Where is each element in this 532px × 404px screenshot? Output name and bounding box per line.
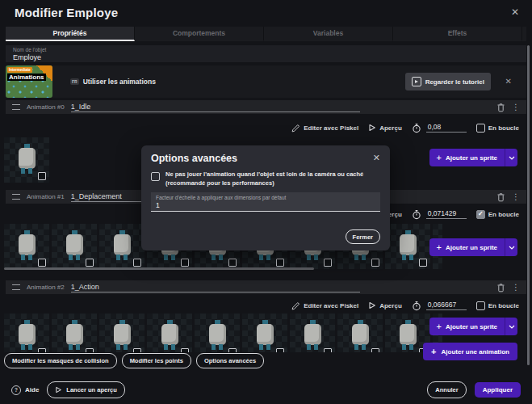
loop-toggle[interactable]: En boucle: [476, 301, 519, 310]
launch-preview-button[interactable]: Lancer un aperçu: [47, 381, 125, 398]
object-name-field[interactable]: Nom de l'objet Employe: [6, 45, 526, 62]
trash-icon[interactable]: [496, 283, 505, 292]
loop-checkbox[interactable]: [476, 124, 485, 133]
sprite-select-checkbox[interactable]: [38, 348, 46, 352]
loop-checkbox[interactable]: [476, 301, 485, 310]
sprite-select-checkbox[interactable]: [86, 348, 94, 352]
close-icon[interactable]: ✕: [511, 6, 519, 18]
scale-factor-field[interactable]: Facteur d'échelle à appliquer aux dimens…: [151, 192, 380, 212]
tab-comportements[interactable]: Comportements: [135, 27, 264, 41]
edit-piskel-button[interactable]: Editer avec Piskel: [291, 301, 358, 310]
tutorial-thumbnail[interactable]: Intermediate Animations: [6, 65, 52, 98]
advanced-options-button[interactable]: Options avancées: [196, 353, 264, 368]
modal-close-icon[interactable]: ✕: [373, 153, 380, 163]
frame-duration-group: 0,066667: [412, 301, 467, 311]
sprite-thumbnail[interactable]: [4, 224, 49, 269]
tab-effets[interactable]: Effets: [393, 27, 522, 41]
sprite-thumbnail[interactable]: [4, 137, 49, 183]
frame-duration-input[interactable]: 0,066667: [426, 301, 467, 310]
edit-collision-masks-button[interactable]: Modifier les masques de collision: [4, 353, 117, 368]
animation-2-header: Animation #2 1_Action ⋮: [6, 280, 526, 294]
plus-icon: +: [437, 322, 442, 331]
edit-points-button[interactable]: Modifier les points: [122, 353, 191, 368]
modal-close-button[interactable]: Fermer: [346, 229, 380, 244]
more-menu-icon[interactable]: ⋮: [512, 193, 520, 201]
add-sprite-button[interactable]: +Ajouter un sprite: [429, 238, 517, 256]
sprite-thumbnail[interactable]: [52, 224, 97, 269]
tutorial-thumb-title: Animations: [7, 74, 46, 81]
plus-icon: +: [431, 347, 436, 356]
tab-variables[interactable]: Variables: [264, 27, 393, 41]
sprite-thumbnail[interactable]: [52, 314, 97, 352]
frame-duration-input[interactable]: 0,08: [426, 123, 467, 133]
sprite-select-checkbox[interactable]: [324, 259, 332, 267]
sprite-select-checkbox[interactable]: [181, 259, 189, 267]
chevron-down-icon[interactable]: [505, 149, 517, 166]
add-sprite-button[interactable]: +Ajouter un sprite: [429, 318, 517, 335]
preview-button[interactable]: Aperçu: [368, 301, 402, 309]
edit-piskel-button[interactable]: Editer avec Piskel: [291, 124, 358, 133]
banner-label: Utiliser les animations: [83, 78, 156, 86]
sprite-select-checkbox[interactable]: [228, 348, 237, 352]
sprite-select-checkbox[interactable]: [371, 259, 379, 267]
drag-handle-icon[interactable]: [12, 104, 20, 110]
add-animation-button[interactable]: + Ajouter une animation: [423, 343, 517, 360]
loop-toggle[interactable]: En boucle: [476, 210, 519, 219]
sprite-select-checkbox[interactable]: [133, 259, 141, 267]
more-menu-icon[interactable]: ⋮: [512, 284, 520, 292]
pause-animation-option[interactable]: Ne pas jouer l'animation quand l'objet e…: [151, 170, 380, 187]
pause-animation-checkbox[interactable]: [151, 172, 160, 181]
sprite-select-checkbox[interactable]: [181, 348, 189, 352]
sprite-select-checkbox[interactable]: [419, 259, 427, 267]
frame-duration-group: 0,08: [412, 123, 467, 133]
sprite-select-checkbox[interactable]: [276, 259, 284, 267]
sprite-thumbnail[interactable]: [385, 224, 430, 269]
preview-button[interactable]: Aperçu: [368, 124, 402, 132]
drag-handle-icon[interactable]: [12, 284, 20, 290]
modal-title: Options avancées: [151, 153, 237, 164]
trash-icon[interactable]: [496, 192, 505, 202]
loop-checkbox[interactable]: [476, 210, 485, 219]
sprite-select-checkbox[interactable]: [133, 348, 141, 352]
sprite-thumbnail[interactable]: [242, 314, 287, 352]
animation-0-controls: Editer avec Piskel Aperçu 0,08 En boucle: [6, 121, 526, 134]
tab-proprietes[interactable]: Propriétés: [6, 27, 135, 41]
banner-close-icon[interactable]: ✕: [505, 77, 512, 86]
sprite-select-checkbox[interactable]: [86, 259, 94, 267]
sprite-thumbnail[interactable]: [337, 314, 383, 352]
sprite-thumbnail[interactable]: [99, 224, 145, 269]
sprite-thumbnail[interactable]: [195, 314, 240, 352]
sprite-select-checkbox[interactable]: [324, 348, 332, 352]
chevron-down-icon[interactable]: [505, 318, 517, 335]
pencil-icon: [291, 301, 300, 310]
sprite-thumbnail[interactable]: [4, 314, 49, 352]
apply-button[interactable]: Appliquer: [475, 382, 521, 398]
animation-name-input[interactable]: 1_Idle: [71, 103, 360, 112]
sprite-select-checkbox[interactable]: [276, 348, 284, 352]
trash-icon[interactable]: [496, 103, 505, 112]
animation-name-input[interactable]: 1_Action: [71, 283, 360, 292]
sprite-thumbnail[interactable]: [290, 314, 335, 352]
sprite-select-checkbox[interactable]: [38, 259, 46, 267]
drag-handle-icon[interactable]: [12, 194, 20, 200]
vertical-scrollbar[interactable]: [527, 45, 530, 365]
object-name-label: Nom de l'objet: [13, 47, 519, 53]
loop-toggle[interactable]: En boucle: [476, 124, 519, 133]
watch-tutorial-button[interactable]: Regarder le tutoriel: [405, 73, 491, 90]
stopwatch-icon: [412, 301, 421, 311]
animation-index-label: Animation #1: [27, 193, 65, 200]
sprite-select-checkbox[interactable]: [38, 172, 46, 180]
more-menu-icon[interactable]: ⋮: [512, 103, 520, 112]
sprite-select-checkbox[interactable]: [371, 348, 379, 352]
horizontal-scrollbar[interactable]: [4, 267, 314, 270]
add-sprite-button[interactable]: +Ajouter un sprite: [429, 149, 517, 166]
tutorial-banner: Intermediate Animations FR Utiliser les …: [6, 65, 526, 98]
sprite-thumbnail[interactable]: [99, 314, 145, 352]
frame-duration-input[interactable]: 0,071429: [426, 209, 467, 219]
sprite-select-checkbox[interactable]: [228, 259, 237, 267]
sprite-thumbnail[interactable]: [147, 314, 192, 352]
help-button[interactable]: ? Aide: [11, 385, 39, 395]
chevron-down-icon[interactable]: [505, 238, 517, 256]
cancel-button[interactable]: Annuler: [427, 381, 466, 398]
animation-index-label: Animation #0: [27, 103, 65, 111]
